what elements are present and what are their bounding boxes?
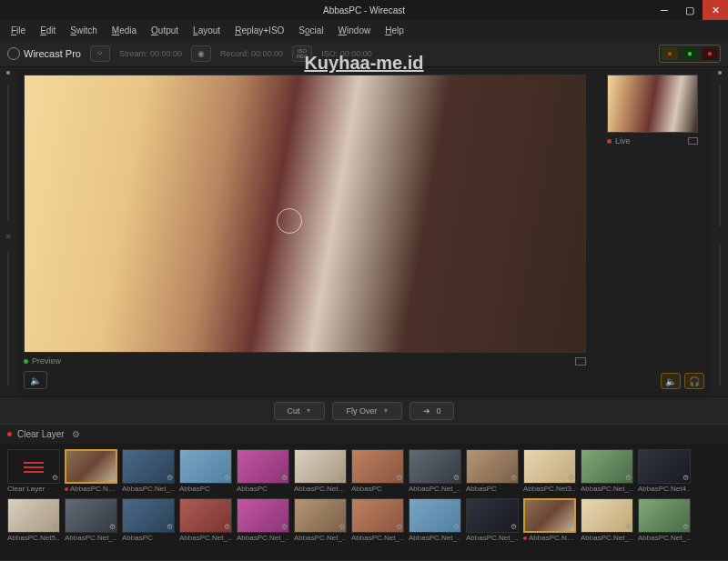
shot-thumbnail[interactable]: AbbasPC.Net3..: [523, 449, 576, 493]
shot-thumbnail[interactable]: AbbasPC.Net_j..: [294, 449, 347, 493]
shot-thumbnail[interactable]: AbbasPC.Net_..: [65, 498, 117, 542]
maximize-button[interactable]: ▢: [677, 0, 703, 20]
shot-label: AbbasPC.Net_..: [523, 533, 576, 542]
shot-label: AbbasPC: [122, 533, 175, 542]
status-indicator-1[interactable]: ●: [662, 47, 678, 60]
shots-area: Clear LayerAbbasPC.Net_..AbbasPC.Net_..A…: [0, 444, 728, 560]
preview-status-dot-icon: [24, 359, 28, 364]
live-canvas[interactable]: [607, 75, 698, 133]
shot-thumbnail[interactable]: AbbasPC.Net_..: [581, 498, 633, 542]
shot-thumbnail[interactable]: AbbasPC: [466, 449, 519, 493]
cut-button[interactable]: Cut▼: [274, 402, 326, 420]
menu-switch[interactable]: Switch: [65, 24, 102, 37]
status-indicator-3[interactable]: ●: [702, 47, 718, 60]
menu-file[interactable]: File: [5, 24, 31, 37]
audio-level-bar[interactable]: [7, 85, 9, 220]
preview-monitor-icon[interactable]: [575, 357, 586, 366]
chevron-down-icon: ▼: [306, 407, 312, 414]
preview-speaker-button[interactable]: 🔈: [24, 371, 47, 389]
shot-label: AbbasPC.Net_..: [65, 533, 117, 542]
shot-label: AbbasPC.Net_..: [638, 533, 691, 542]
live-speaker-button[interactable]: 🔈: [661, 373, 681, 389]
shot-image: [351, 449, 404, 484]
shot-thumbnail[interactable]: AbbasPC.Net_..: [351, 498, 404, 542]
go-button[interactable]: ➔0: [410, 402, 454, 420]
shot-thumbnail[interactable]: AbbasPC.Net_..: [294, 498, 347, 542]
layer-header[interactable]: Clear Layer ⚙: [0, 424, 728, 444]
shot-image: [523, 449, 576, 484]
shot-label: AbbasPC.Net_..: [409, 533, 461, 542]
window-controls: ─ ▢ ✕: [652, 0, 728, 20]
wifi-icon: ⌔: [97, 49, 102, 58]
menu-social[interactable]: Social: [293, 24, 329, 37]
shot-thumbnail[interactable]: AbbasPC: [351, 449, 404, 493]
status-indicators: ● ● ●: [659, 45, 721, 63]
shot-label: AbbasPC.Net_..: [581, 484, 633, 493]
headphone-icon: 🎧: [689, 376, 700, 386]
shot-thumbnail[interactable]: AbbasPC.Net_..: [179, 498, 232, 542]
menu-window[interactable]: Window: [333, 24, 377, 37]
flyover-button[interactable]: Fly Over▼: [332, 402, 402, 420]
shot-thumbnail[interactable]: AbbasPC.Net_..: [122, 449, 175, 493]
shot-label: AbbasPC.Net_..: [466, 533, 519, 542]
layer-status-dot-icon: [7, 432, 12, 436]
shot-image: [638, 449, 691, 484]
brand-label: Wirecast Pro: [24, 48, 81, 59]
shot-image: [7, 498, 60, 533]
wifi-stream-button[interactable]: ⌔: [90, 45, 110, 62]
minimize-button[interactable]: ─: [652, 0, 677, 20]
left-audio-strip: »: [0, 67, 16, 396]
shot-thumbnail[interactable]: AbbasPC.Net_..: [409, 449, 461, 493]
chevron-down-icon: ▼: [383, 407, 389, 414]
shot-thumbnail[interactable]: AbbasPC.Net_..: [237, 498, 289, 542]
shot-label: AbbasPC.Net_..: [294, 533, 347, 542]
close-button[interactable]: ✕: [703, 0, 728, 20]
menu-layout[interactable]: Layout: [187, 24, 226, 37]
shot-image: [466, 449, 519, 484]
expand-left-icon[interactable]: »: [5, 231, 11, 241]
shot-thumbnail[interactable]: AbbasPC.Net5..: [7, 498, 60, 542]
shot-thumbnail[interactable]: AbbasPC: [122, 498, 175, 542]
shot-image: [65, 449, 117, 484]
shot-thumbnail[interactable]: Clear Layer: [7, 449, 60, 493]
shot-image: [581, 498, 633, 533]
live-label-row: Live: [607, 133, 698, 145]
live-headphone-button[interactable]: 🎧: [684, 373, 704, 389]
shot-thumbnail[interactable]: AbbasPC.Net_..: [409, 498, 461, 542]
gear-icon[interactable]: ⚙: [72, 429, 80, 439]
shot-label: Clear Layer: [7, 484, 60, 493]
menu-help[interactable]: Help: [379, 24, 410, 37]
shot-label: AbbasPC: [351, 484, 404, 493]
shot-image: [351, 498, 404, 533]
shot-thumbnail[interactable]: AbbasPC.Net_..: [581, 449, 633, 493]
shot-thumbnail[interactable]: AbbasPC.Net4..: [638, 449, 691, 493]
shot-label: AbbasPC.Net_..: [351, 533, 404, 542]
shot-image: [122, 449, 175, 484]
record-icon: ◉: [197, 49, 205, 58]
audio-level-bar-2[interactable]: [719, 245, 721, 386]
shot-thumbnail[interactable]: AbbasPC.Net_..: [65, 449, 117, 493]
audio-level-bar-2[interactable]: [7, 252, 9, 386]
shot-thumbnail[interactable]: AbbasPC: [237, 449, 289, 493]
shot-thumbnail[interactable]: AbbasPC.Net_..: [523, 498, 576, 542]
record-time-label: Record: 00:00:00: [220, 49, 283, 58]
menu-media[interactable]: Media: [106, 24, 142, 37]
preview-area: Preview 🔈: [16, 67, 593, 396]
window-title: AbbasPC - Wirecast: [323, 5, 405, 15]
menu-replay-iso[interactable]: Replay+ISO: [229, 24, 289, 37]
status-indicator-2[interactable]: ●: [682, 47, 698, 60]
brand-logo-icon: [7, 47, 20, 60]
audio-level-bar[interactable]: [719, 85, 721, 226]
shot-label: AbbasPC.Net3..: [523, 484, 576, 493]
record-button[interactable]: ◉: [191, 45, 211, 62]
shot-thumbnail[interactable]: AbbasPC.Net_..: [638, 498, 691, 542]
shot-thumbnail[interactable]: AbbasPC.Net_..: [466, 498, 519, 542]
menu-edit[interactable]: Edit: [35, 24, 61, 37]
preview-canvas[interactable]: [24, 75, 586, 353]
shot-thumbnail[interactable]: AbbasPC: [179, 449, 232, 493]
live-monitor-icon[interactable]: [688, 137, 698, 145]
transition-bar: Cut▼ Fly Over▼ ➔0: [0, 396, 728, 424]
stream-time-label: Stream: 00:00:00: [119, 49, 182, 58]
menu-output[interactable]: Output: [146, 24, 184, 37]
shot-image: [237, 498, 289, 533]
